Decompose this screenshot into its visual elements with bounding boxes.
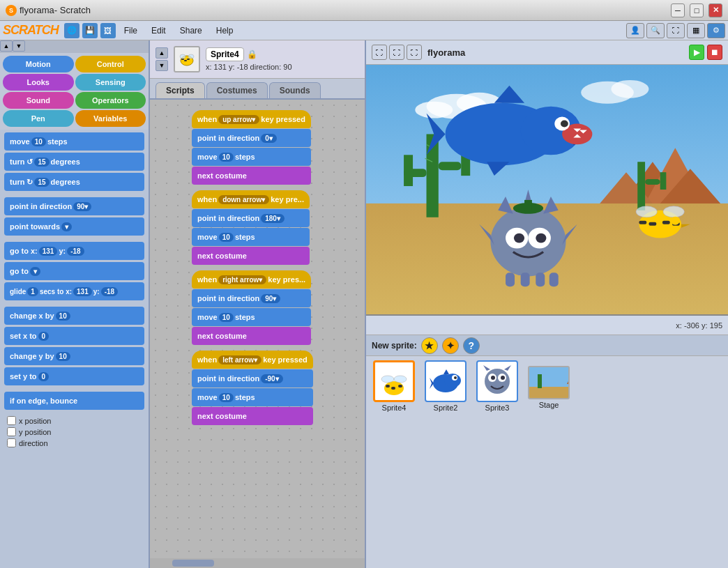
menu-share[interactable]: Share (174, 24, 208, 37)
search-icon[interactable]: 🔍 (646, 23, 665, 38)
menu-file[interactable]: File (119, 24, 143, 37)
looks-next-costume-1[interactable]: next costume (192, 167, 311, 185)
motion-point-dir-90[interactable]: point in direction 90▾ (192, 289, 311, 307)
motion-point-dir-neg90[interactable]: point in direction -90▾ (192, 369, 313, 387)
nav-up-btn[interactable]: ▲ (0, 40, 13, 52)
stage-thumb[interactable] (528, 366, 570, 399)
block-glide[interactable]: glide 1 secs to x: 131 y: -18 (4, 282, 144, 300)
sprite-item-stage[interactable]: Stage (525, 366, 572, 412)
title-bar: S flyorama- Scratch ─ □ ✕ (0, 0, 728, 21)
sprite-item-sprite4[interactable]: Sprite4 (370, 360, 418, 412)
settings-icon[interactable]: ⚙ (707, 23, 725, 38)
category-variables[interactable]: Variables (75, 110, 146, 127)
motion-move-10-4[interactable]: move 10 steps (192, 388, 313, 406)
stage-fit-btn[interactable]: ⛶ (389, 45, 404, 60)
stage-area: ⛶ ⛶ ⛶ flyorama ▶ ⏹ (366, 40, 728, 568)
event-left-arrow[interactable]: when left arrow▾ key pressed (192, 351, 313, 369)
motion-point-dir-0[interactable]: point in direction 0▾ (192, 129, 311, 147)
category-operators[interactable]: Operators (75, 92, 146, 109)
block-point-towards[interactable]: point towards ▾ (4, 217, 144, 236)
h-scrollbar-thumb[interactable] (172, 560, 214, 567)
sprite-thumb-sprite4[interactable] (373, 360, 415, 402)
svg-point-38 (490, 207, 566, 276)
block-turn-right[interactable]: turn ↻ 15 degrees (4, 173, 144, 191)
block-change-x[interactable]: change x by 10 (4, 307, 144, 325)
checkbox-direction[interactable] (7, 438, 16, 447)
close-button[interactable]: ✕ (708, 3, 722, 17)
globe-icon[interactable]: 🌐 (64, 23, 79, 38)
stage-label: Stage (539, 401, 559, 409)
nav-down-btn[interactable]: ▼ (13, 40, 25, 52)
tab-sounds[interactable]: Sounds (269, 82, 321, 98)
window-title: flyorama- Scratch (20, 5, 91, 15)
check-x-position[interactable]: x position (4, 416, 144, 425)
motion-move-10-2[interactable]: move 10 steps (192, 228, 310, 246)
check-direction[interactable]: direction (4, 438, 144, 447)
sprite-item-sprite2[interactable]: Sprite2 (422, 360, 469, 412)
new-sprite-paint-button[interactable]: ★ (421, 337, 438, 354)
menu-help[interactable]: Help (211, 24, 239, 37)
event-down-arrow[interactable]: when down arrow▾ key pre... (192, 190, 310, 208)
block-move-steps[interactable]: move 10 steps (4, 132, 144, 151)
svg-rect-51 (521, 273, 530, 286)
checkbox-x[interactable] (7, 416, 16, 425)
block-set-x[interactable]: set x to 0 (4, 327, 144, 345)
tab-costumes[interactable]: Costumes (206, 82, 268, 98)
maximize-button[interactable]: □ (690, 3, 704, 17)
sprite-name[interactable]: Sprite4 (206, 47, 244, 61)
category-sensing[interactable]: Sensing (75, 74, 146, 91)
script-down-arrow: when down arrow▾ key pre... point in dir… (192, 190, 310, 266)
svg-point-5 (188, 54, 194, 59)
stage-shrink-btn[interactable]: ⛶ (372, 45, 387, 60)
stage-full-btn[interactable]: ⛶ (407, 45, 422, 60)
block-goto-xy[interactable]: go to x: 131 y: -18 (4, 242, 144, 260)
category-looks[interactable]: Looks (3, 74, 74, 91)
check-y-position[interactable]: y position (4, 427, 144, 436)
checkbox-y[interactable] (7, 427, 16, 436)
sprite-thumb-sprite3[interactable] (476, 360, 518, 402)
scripts-canvas[interactable]: when up arrow▾ key pressed point in dire… (150, 100, 365, 558)
minimize-button[interactable]: ─ (671, 3, 685, 17)
sprite-label-sprite4: Sprite4 (382, 404, 407, 412)
block-goto[interactable]: go to ▾ (4, 262, 144, 280)
menu-edit[interactable]: Edit (146, 24, 172, 37)
looks-next-costume-2[interactable]: next costume (192, 247, 310, 265)
grid-icon[interactable]: ▦ (687, 23, 705, 38)
stage-canvas[interactable] (366, 65, 728, 316)
svg-rect-83 (529, 387, 570, 399)
looks-next-costume-4[interactable]: next costume (192, 407, 313, 425)
tab-scripts[interactable]: Scripts (156, 82, 205, 98)
stage-title: flyorama (427, 47, 683, 58)
event-up-arrow[interactable]: when up arrow▾ key pressed (192, 110, 311, 128)
motion-point-dir-180[interactable]: point in direction 180▾ (192, 209, 310, 227)
block-point-direction[interactable]: point in direction 90▾ (4, 197, 144, 215)
svg-rect-49 (524, 200, 532, 210)
new-sprite-random-button[interactable]: ✦ (442, 337, 459, 354)
block-change-y[interactable]: change y by 10 (4, 347, 144, 365)
img-icon[interactable]: 🖼 (100, 23, 116, 38)
new-sprite-file-button[interactable]: ? (463, 337, 480, 354)
block-turn-left[interactable]: turn ↺ 15 degrees (4, 153, 144, 171)
sprite-thumb-sprite2[interactable] (425, 360, 467, 402)
user-icon[interactable]: 👤 (626, 23, 644, 38)
sprite-item-sprite3[interactable]: Sprite3 (473, 360, 521, 412)
category-sound[interactable]: Sound (3, 92, 74, 109)
block-if-on-edge[interactable]: if on edge, bounce (4, 392, 144, 410)
looks-next-costume-3[interactable]: next costume (192, 327, 311, 345)
svg-rect-26 (660, 172, 667, 190)
event-right-arrow[interactable]: when right arrow▾ key pres... (192, 270, 311, 289)
arrow-up-btn[interactable]: ▲ (156, 47, 168, 59)
motion-move-10-3[interactable]: move 10 steps (192, 308, 311, 326)
category-control[interactable]: Control (75, 56, 146, 72)
sprite-label-sprite2: Sprite2 (434, 404, 458, 412)
arrow-down-btn[interactable]: ▼ (156, 60, 168, 71)
expand-icon[interactable]: ⛶ (667, 23, 685, 38)
category-pen[interactable]: Pen (3, 110, 74, 127)
green-flag-button[interactable]: ▶ (689, 45, 704, 60)
stop-button[interactable]: ⏹ (707, 45, 722, 60)
block-set-y[interactable]: set y to 0 (4, 367, 144, 385)
motion-move-10-1[interactable]: move 10 steps (192, 148, 311, 166)
category-motion[interactable]: Motion (3, 56, 74, 72)
h-scrollbar[interactable] (150, 558, 365, 568)
disk-icon[interactable]: 💾 (82, 23, 98, 38)
